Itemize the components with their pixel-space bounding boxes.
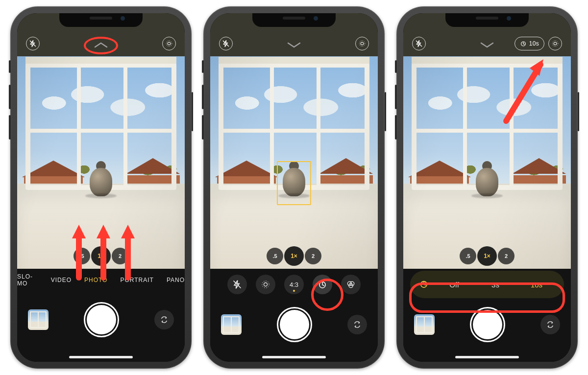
filters-control[interactable] <box>341 275 361 294</box>
timer-options-row: Off 3s 10s <box>410 271 564 298</box>
camera-switch-icon <box>160 316 168 324</box>
live-photo-control[interactable] <box>256 275 275 294</box>
home-indicator[interactable] <box>455 356 519 358</box>
live-photo-icon <box>165 40 173 47</box>
svg-point-14 <box>262 281 269 288</box>
flash-toggle[interactable] <box>412 37 426 50</box>
filters-icon <box>346 280 356 289</box>
live-photo-icon <box>358 40 366 47</box>
zoom-2x[interactable]: 2 <box>112 248 128 264</box>
screen: 10s .5 1× 2 <box>403 13 571 362</box>
live-photo-toggle[interactable] <box>548 37 562 50</box>
timer-control[interactable] <box>313 275 332 294</box>
timer-status-pill[interactable]: 10s <box>514 37 544 50</box>
camera-bottom-bar: SLO-MO VIDEO PHOTO PORTRAIT PANO <box>17 269 185 362</box>
mode-strip[interactable]: SLO-MO VIDEO PHOTO PORTRAIT PANO <box>17 272 185 288</box>
scene <box>403 56 571 269</box>
notch <box>252 13 336 27</box>
live-photo-icon <box>551 40 559 47</box>
shutter-button[interactable] <box>470 307 505 342</box>
flash-toggle[interactable] <box>26 37 40 50</box>
flash-off-icon <box>415 40 423 47</box>
live-photo-toggle[interactable] <box>355 37 369 50</box>
svg-point-21 <box>554 42 557 45</box>
mode-pano[interactable]: PANO <box>167 277 185 283</box>
control-drawer: 4:3 <box>210 271 378 298</box>
viewfinder[interactable]: .5 1× 2 <box>403 56 571 269</box>
drawer-chevron-down-icon[interactable] <box>287 40 301 50</box>
timer-status-label: 10s <box>529 40 539 47</box>
camera-switch-button[interactable] <box>154 310 174 329</box>
home-indicator[interactable] <box>69 356 133 358</box>
flash-off-icon <box>222 40 230 47</box>
timer-option-3s[interactable]: 3s <box>477 281 514 289</box>
viewfinder[interactable]: .5 1× 2 <box>17 56 185 269</box>
screen: .5 1× 2 SLO-MO VIDEO PHOTO PORTRAIT PANO <box>17 13 185 362</box>
shutter-button[interactable] <box>84 302 119 337</box>
camera-switch-icon <box>353 321 361 328</box>
camera-switch-button[interactable] <box>347 315 367 334</box>
focus-indicator <box>277 161 311 205</box>
camera-switch-icon <box>546 321 554 328</box>
zoom-0_5x[interactable]: .5 <box>74 248 90 264</box>
flash-off-icon <box>29 40 37 47</box>
home-indicator[interactable] <box>262 356 326 358</box>
aspect-ratio-control[interactable]: 4:3 <box>284 275 304 294</box>
timer-option-off[interactable]: Off <box>436 281 473 289</box>
last-photo-thumbnail[interactable] <box>28 309 49 330</box>
notch <box>59 13 143 27</box>
subject-buddha <box>87 161 115 196</box>
zoom-2x[interactable]: 2 <box>498 248 514 264</box>
mode-slomo[interactable]: SLO-MO <box>17 273 38 287</box>
notch <box>445 13 529 27</box>
flash-control[interactable] <box>227 275 247 294</box>
zoom-0_5x[interactable]: .5 <box>460 248 476 264</box>
live-photo-icon <box>261 280 270 289</box>
camera-bottom-bar: Off 3s 10s <box>403 269 571 362</box>
phone-frame: .5 1× 2 SLO-MO VIDEO PHOTO PORTRAIT PANO <box>10 6 192 369</box>
zoom-1x[interactable]: 1× <box>477 246 497 266</box>
shutter-button[interactable] <box>277 307 312 342</box>
scene <box>17 56 185 269</box>
svg-point-13 <box>264 283 268 286</box>
timer-icon <box>520 40 527 47</box>
svg-point-2 <box>166 41 172 46</box>
phone-frame: .5 1× 2 4:3 <box>203 6 385 369</box>
flash-off-icon <box>232 280 242 289</box>
zoom-1x[interactable]: 1× <box>91 246 111 266</box>
mode-video[interactable]: VIDEO <box>51 277 72 283</box>
screen: .5 1× 2 4:3 <box>210 13 378 362</box>
drawer-chevron-up-icon[interactable] <box>94 40 108 50</box>
zoom-1x[interactable]: 1× <box>284 246 304 266</box>
zoom-2x[interactable]: 2 <box>305 248 321 264</box>
live-photo-toggle[interactable] <box>162 37 176 50</box>
timer-icon <box>318 280 327 289</box>
subject-buddha <box>473 161 501 196</box>
zoom-0_5x[interactable]: .5 <box>267 248 283 264</box>
camera-bottom-bar: 4:3 <box>210 269 378 362</box>
zoom-selector[interactable]: .5 1× 2 <box>267 246 321 266</box>
phone-frame: 10s .5 1× 2 <box>396 6 578 369</box>
timer-icon <box>419 279 429 290</box>
flash-toggle[interactable] <box>219 37 233 50</box>
drawer-chevron-down-icon[interactable] <box>480 40 494 50</box>
last-photo-thumbnail[interactable] <box>221 314 242 335</box>
svg-point-10 <box>361 42 364 45</box>
aspect-ratio-label: 4:3 <box>290 281 298 288</box>
viewfinder[interactable]: .5 1× 2 <box>210 56 378 269</box>
svg-point-11 <box>359 41 365 46</box>
mode-portrait[interactable]: PORTRAIT <box>120 277 153 283</box>
timer-option-10s[interactable]: 10s <box>518 281 555 289</box>
last-photo-thumbnail[interactable] <box>414 314 435 335</box>
svg-point-1 <box>168 42 171 45</box>
mode-photo[interactable]: PHOTO <box>84 277 107 283</box>
camera-switch-button[interactable] <box>540 315 560 334</box>
zoom-selector[interactable]: .5 1× 2 <box>460 246 514 266</box>
zoom-selector[interactable]: .5 1× 2 <box>74 246 128 266</box>
svg-point-22 <box>552 41 558 46</box>
